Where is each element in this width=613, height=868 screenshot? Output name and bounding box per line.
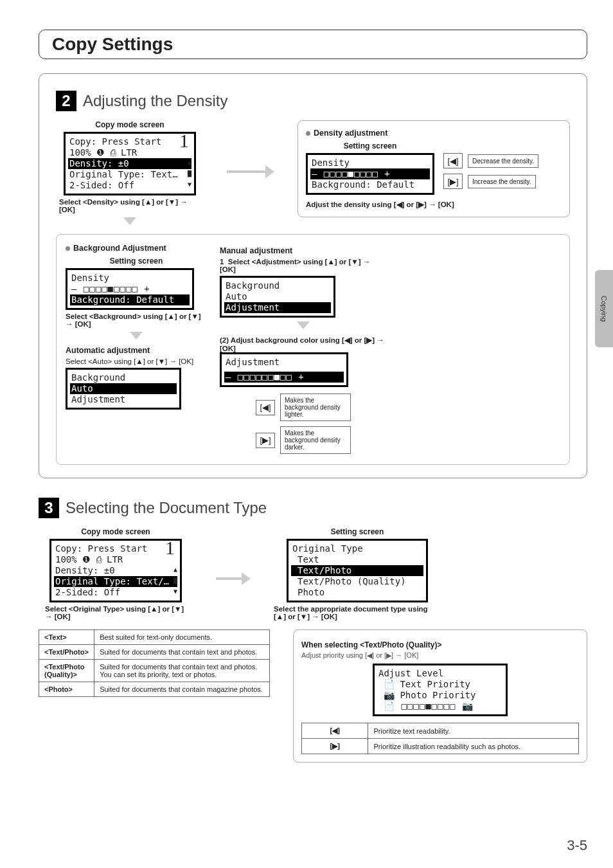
section-number-3: 3 [39,498,59,518]
right-key-icon: [▶] [443,174,463,189]
lcd-copy-mode: 1 Copy: Press Start 100% ❶ ⎙ LTR Density… [64,132,196,195]
section-title-3: Selecting the Document Type [66,499,267,517]
left-key-icon: [◀] [256,400,275,415]
section-density: 2 Adjusting the Density Copy mode screen… [39,73,587,478]
lcd-bg-setting: Density – □□□□■□□□□ + Background: Defaul… [66,268,194,310]
doctype-table: <Text>Best suited for text-only document… [39,629,270,697]
right-key-icon: [▶] [302,739,368,754]
section-title-2: Adjusting the Density [83,92,227,110]
lcd-bg-manual-2: Adjustment – □□□□□□■□□ + [220,352,348,387]
section-doctype: 3 Selecting the Document Type Copy mode … [39,498,587,763]
arrow-down-icon [130,332,143,339]
arrow-right-icon [216,572,251,585]
right-key-icon: [▶] [256,433,275,448]
lcd-copy-mode-2: 1 Copy: Press Start 100% ❶ ⎙ LTR Density… [49,539,182,602]
arrow-right-icon [227,165,274,178]
instr-select-density: Select <Density> using [▲] or [▼] → [OK] [59,198,200,213]
copy-mode-label: Copy mode screen [95,120,164,129]
quality-priority-box: When selecting <Text/Photo (Quality)> Ad… [293,629,587,763]
lcd-original-type: Original Type Text Text/Photo Text/Photo… [287,539,428,602]
arrow-down-icon [297,321,310,329]
section-number-2: 2 [56,91,76,111]
density-adjust-box: Density adjustment Setting screen Densit… [298,120,570,217]
left-key-icon: [◀] [443,153,463,168]
side-tab: Copying [595,270,613,347]
lcd-bg-manual-1: Background Auto Adjustment [220,276,335,318]
lcd-bg-auto: Background Auto Adjustment [66,368,181,410]
page-number: 3-5 [567,837,587,854]
background-adjust-group: Background Adjustment Setting screen Den… [56,234,570,465]
page-title-bar: Copy Settings [39,30,587,59]
arrow-down-icon [123,217,136,225]
lcd-adjust-level: Adjust Level 📄 Text Priority 📷 Photo Pri… [373,664,508,716]
priority-key-table: [◀]Prioritize text readability. [▶]Prior… [301,723,579,754]
left-key-icon: [◀] [302,723,368,739]
lcd-density-setting: Density – □□□□■□□□□ + Background: Defaul… [306,153,434,195]
page-title: Copy Settings [52,34,574,55]
